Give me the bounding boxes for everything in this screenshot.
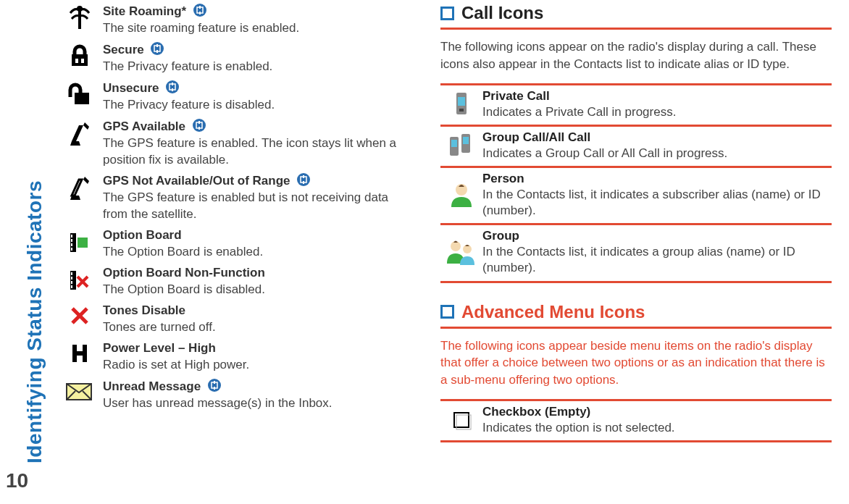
svg-rect-55 [214, 381, 215, 384]
group-icon [440, 228, 482, 276]
table-row: Private Call Indicates a Private Call in… [440, 83, 832, 125]
svg-rect-36 [71, 248, 72, 251]
unlock-icon [57, 80, 103, 107]
section-rule [440, 28, 832, 30]
info-badge-icon [162, 81, 180, 95]
info-badge-icon [293, 174, 311, 188]
item-title: Power Level – High [103, 341, 216, 355]
status-item: Option Board Non-Function The Option Boa… [57, 265, 401, 298]
table-row: Person In the Contacts list, it indicate… [440, 166, 832, 223]
info-badge-icon [204, 379, 222, 393]
item-desc: The Privacy feature is disabled. [103, 98, 275, 112]
adv-menu-table: Checkbox (Empty) Indicates the option is… [440, 399, 832, 442]
status-item: Unsecure The Privacy feature is disabled… [57, 80, 401, 114]
item-desc: The site roaming feature is enabled. [103, 21, 299, 35]
svg-rect-61 [451, 140, 457, 147]
item-desc: The Privacy feature is enabled. [103, 59, 272, 73]
item-desc: The GPS feature is enabled but is not re… [103, 190, 388, 221]
lock-icon [57, 41, 103, 69]
status-item: Site Roaming* The site roaming feature i… [57, 3, 401, 37]
svg-rect-58 [458, 97, 465, 106]
site-roaming-icon [57, 3, 103, 30]
item-title: GPS Available [103, 119, 185, 133]
svg-point-14 [166, 80, 179, 93]
section-intro: The following icons appear on the radio'… [440, 38, 832, 73]
svg-marker-19 [70, 141, 80, 146]
svg-rect-30 [303, 175, 304, 178]
item-title: Secure [103, 43, 144, 56]
row-title: Person [482, 172, 524, 185]
svg-rect-39 [71, 272, 72, 275]
svg-rect-59 [459, 109, 464, 112]
row-desc: Indicates a Group Call or All Call in pr… [482, 146, 727, 160]
item-desc: The Option Board is disabled. [103, 282, 265, 296]
svg-rect-6 [72, 54, 88, 66]
svg-rect-4 [199, 6, 201, 9]
status-item: GPS Not Available/Out of Range The GPS f… [57, 172, 401, 223]
status-item: Option Board The Option Board is enabled… [57, 227, 401, 261]
person-icon [440, 171, 482, 219]
item-title: Option Board Non-Function [103, 266, 265, 280]
item-title: GPS Not Available/Out of Range [103, 174, 290, 188]
table-row: Group In the Contacts list, it indicates… [440, 223, 832, 282]
svg-rect-17 [172, 88, 173, 91]
section-title: Call Icons [461, 3, 543, 23]
svg-rect-33 [71, 235, 72, 238]
call-icons-table: Private Call Indicates a Private Call in… [440, 83, 832, 283]
row-desc: Indicates the option is not selected. [482, 421, 675, 434]
item-title: Unread Message [103, 379, 201, 393]
option-board-icon [57, 227, 103, 255]
svg-rect-37 [78, 238, 88, 248]
svg-rect-16 [172, 83, 173, 85]
item-desc: Tones are turned off. [103, 320, 216, 334]
section-bullet-icon [440, 7, 454, 20]
section-header-adv-menu: Advanced Menu Icons [440, 302, 832, 322]
row-title: Private Call [482, 89, 550, 103]
svg-rect-23 [198, 121, 200, 124]
info-badge-icon [147, 43, 164, 56]
item-title: Site Roaming* [103, 4, 186, 18]
status-item: Secure The Privacy feature is enabled. [57, 41, 401, 75]
section-header-call-icons: Call Icons [440, 3, 832, 23]
page-number: 10 [6, 469, 28, 492]
item-desc: The Option Board is enabled. [103, 245, 263, 259]
svg-rect-7 [75, 59, 78, 63]
right-column: Call Icons The following icons appear on… [440, 3, 832, 442]
item-title: Unsecure [103, 81, 159, 95]
svg-marker-27 [83, 177, 89, 184]
table-row: Group Call/All Call Indicates a Group Ca… [440, 125, 832, 166]
section-rule [440, 327, 832, 329]
tones-disable-icon [57, 303, 103, 326]
svg-rect-49 [72, 351, 87, 356]
status-item: Power Level – High Radio is set at High … [57, 340, 401, 374]
svg-marker-20 [83, 122, 89, 130]
private-call-icon [440, 88, 482, 120]
item-title: Option Board [103, 228, 182, 242]
row-title: Group Call/All Call [482, 130, 590, 144]
svg-marker-26 [70, 196, 80, 200]
status-item: Tones Disable Tones are turned off. [57, 303, 401, 336]
svg-rect-35 [71, 243, 72, 246]
item-desc: The GPS feature is enabled. The icon sta… [103, 136, 396, 167]
item-desc: User has unread message(s) in the Inbox. [103, 396, 333, 410]
svg-rect-5 [199, 12, 201, 14]
left-column: Site Roaming* The site roaming feature i… [57, 3, 401, 416]
item-desc: Radio is set at High power. [103, 358, 249, 371]
status-item: Unread Message User has unread message(s… [57, 378, 401, 412]
svg-point-53 [208, 379, 221, 392]
svg-point-21 [193, 119, 206, 132]
svg-rect-31 [303, 181, 304, 184]
svg-rect-34 [71, 239, 72, 242]
row-title: Checkbox (Empty) [482, 405, 590, 419]
svg-rect-56 [214, 387, 215, 390]
svg-marker-25 [72, 180, 82, 196]
svg-point-9 [151, 42, 164, 55]
unread-message-icon [57, 378, 103, 403]
power-high-icon [57, 340, 103, 364]
gps-available-icon [57, 118, 103, 148]
row-desc: Indicates a Private Call in progress. [482, 105, 676, 119]
item-title: Tones Disable [103, 303, 185, 317]
svg-rect-63 [463, 137, 469, 144]
group-call-icon [440, 130, 482, 161]
svg-rect-41 [71, 281, 72, 284]
